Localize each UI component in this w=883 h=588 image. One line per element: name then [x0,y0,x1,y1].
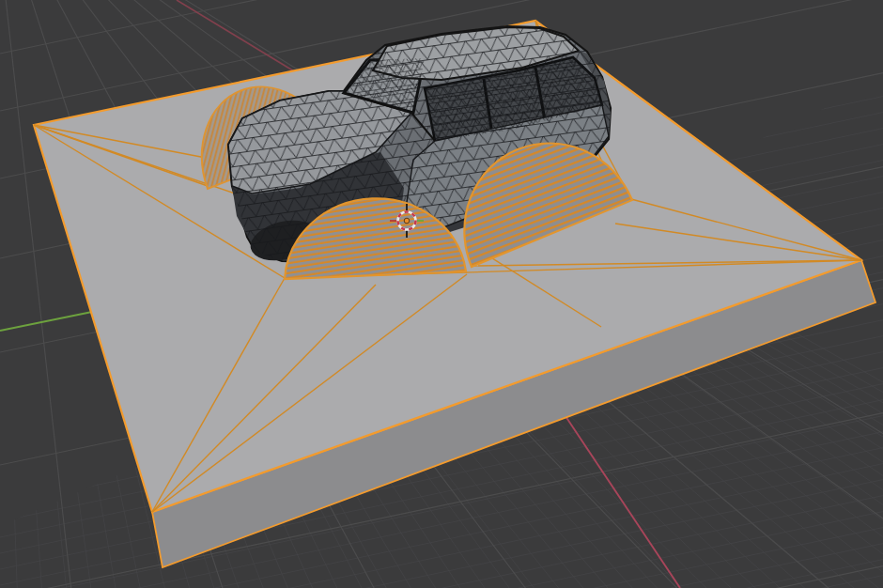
viewport-canvas[interactable] [0,0,883,588]
object-origin-dot [404,218,410,224]
viewport-3d[interactable] [0,0,883,588]
